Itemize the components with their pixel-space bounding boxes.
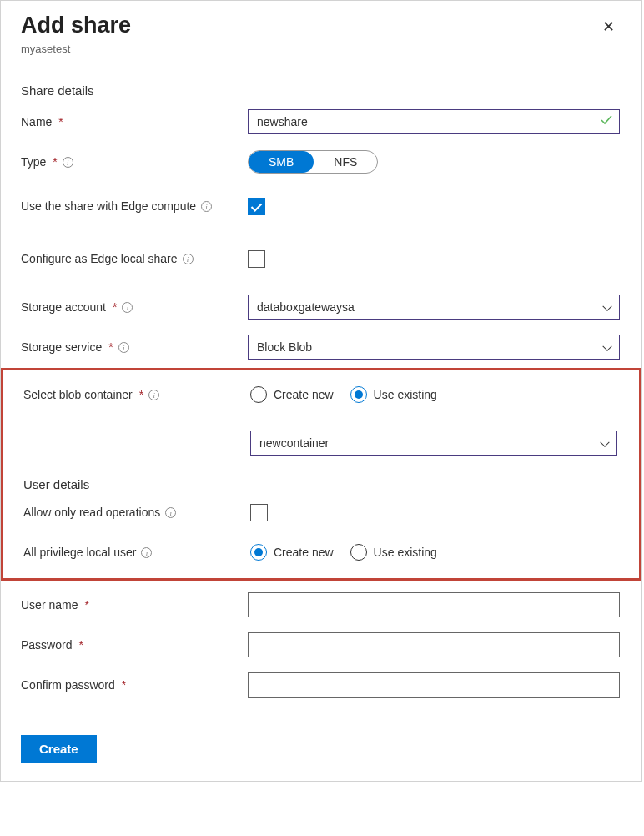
info-icon[interactable] xyxy=(148,390,159,400)
share-details-heading: Share details xyxy=(21,83,620,98)
readonly-label: Allow only read operations xyxy=(23,506,160,519)
close-icon[interactable]: ✕ xyxy=(597,13,620,41)
privilege-create-new-label: Create new xyxy=(274,546,334,559)
blob-use-existing-radio[interactable] xyxy=(350,386,367,403)
blob-container-select[interactable]: newcontainer xyxy=(250,431,617,456)
blob-container-value: newcontainer xyxy=(259,436,329,450)
type-smb-option[interactable]: SMB xyxy=(249,151,314,173)
type-toggle: SMB NFS xyxy=(248,150,378,174)
password-label: Password xyxy=(21,638,72,652)
blob-create-new-radio[interactable] xyxy=(250,386,267,403)
privilege-user-label: All privilege local user xyxy=(23,546,136,559)
confirm-password-label: Confirm password xyxy=(21,678,115,692)
chevron-down-icon xyxy=(602,342,611,351)
required-marker: * xyxy=(122,678,126,692)
valid-check-icon xyxy=(600,113,613,130)
storage-service-select[interactable]: Block Blob xyxy=(248,335,620,360)
panel-title: Add share xyxy=(21,13,131,38)
privilege-create-new-radio[interactable] xyxy=(250,544,267,561)
required-marker: * xyxy=(53,155,57,169)
privilege-use-existing-radio[interactable] xyxy=(350,544,367,561)
blob-container-label: Select blob container xyxy=(23,388,133,401)
panel-subtitle: myasetest xyxy=(21,43,620,55)
readonly-checkbox[interactable] xyxy=(250,504,268,521)
required-marker: * xyxy=(139,388,143,401)
name-input[interactable] xyxy=(248,109,620,134)
password-input[interactable] xyxy=(248,632,620,657)
info-icon[interactable] xyxy=(201,201,212,212)
info-icon[interactable] xyxy=(183,254,194,264)
storage-account-select[interactable]: databoxgatewaysa xyxy=(248,295,620,320)
privilege-use-existing-label: Use existing xyxy=(374,546,437,559)
chevron-down-icon xyxy=(602,302,611,311)
storage-account-value: databoxgatewaysa xyxy=(257,300,355,314)
storage-service-label: Storage service xyxy=(21,340,102,354)
info-icon[interactable] xyxy=(165,507,176,518)
edge-local-checkbox[interactable] xyxy=(248,250,265,268)
create-button[interactable]: Create xyxy=(21,735,97,763)
storage-service-value: Block Blob xyxy=(257,340,312,354)
type-nfs-option[interactable]: NFS xyxy=(314,151,377,173)
edge-local-label: Configure as Edge local share xyxy=(21,252,178,265)
info-icon[interactable] xyxy=(118,342,129,353)
highlight-box: Select blob container * Create new Use e… xyxy=(1,368,641,581)
type-label: Type xyxy=(21,155,46,169)
edge-compute-label: Use the share with Edge compute xyxy=(21,199,196,213)
footer: Create xyxy=(1,723,641,781)
info-icon[interactable] xyxy=(122,302,133,313)
add-share-panel: Add share ✕ myasetest Share details Name… xyxy=(0,0,642,782)
confirm-password-input[interactable] xyxy=(248,672,620,698)
chevron-down-icon xyxy=(600,438,609,447)
blob-create-new-label: Create new xyxy=(274,388,334,401)
required-marker: * xyxy=(78,638,83,652)
user-details-heading: User details xyxy=(23,477,617,491)
info-icon[interactable] xyxy=(141,547,152,558)
username-input[interactable] xyxy=(248,592,620,617)
required-marker: * xyxy=(84,598,88,612)
required-marker: * xyxy=(58,115,63,128)
blob-use-existing-label: Use existing xyxy=(374,388,437,401)
edge-compute-checkbox[interactable] xyxy=(248,198,265,215)
storage-account-label: Storage account xyxy=(21,300,106,314)
required-marker: * xyxy=(113,300,117,314)
username-label: User name xyxy=(21,598,78,612)
name-label: Name xyxy=(21,115,52,128)
info-icon[interactable] xyxy=(63,157,73,168)
required-marker: * xyxy=(108,340,113,354)
